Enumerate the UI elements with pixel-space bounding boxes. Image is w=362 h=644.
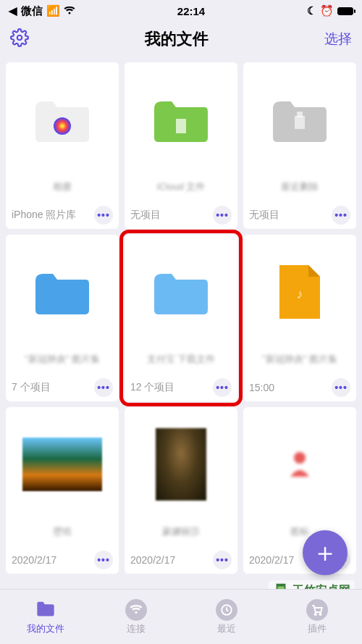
card-label: "新冠肺炎" 图片集 xyxy=(243,349,356,374)
tab-label: 插件 xyxy=(308,622,327,635)
svg-rect-3 xyxy=(295,116,305,129)
tab-bar: 我的文件 连接 最近 插件 xyxy=(0,589,362,644)
svg-point-10 xyxy=(319,613,321,614)
status-right: ☾ ⏰ xyxy=(307,4,353,17)
more-button[interactable]: ••• xyxy=(94,551,113,569)
thumb-orange-file: ♪ xyxy=(243,235,356,349)
card-info: 7 个项目 xyxy=(12,381,51,394)
back-square-icon: ◀ xyxy=(9,4,17,17)
svg-point-6 xyxy=(294,452,306,464)
wifi-icon xyxy=(125,599,147,621)
thumb-gray-folder xyxy=(243,62,356,177)
tab-connect[interactable]: 连接 xyxy=(90,590,181,644)
more-button[interactable]: ••• xyxy=(94,378,113,397)
status-left: ◀ 微信 📶 xyxy=(9,4,75,18)
select-button[interactable]: 选择 xyxy=(324,30,352,49)
tab-plugins[interactable]: 插件 xyxy=(272,590,362,644)
carrier-label: 微信 xyxy=(21,4,43,18)
card-info: 无项目 xyxy=(249,209,279,222)
card-info: 2020/2/17 xyxy=(130,554,175,566)
card-info: 无项目 xyxy=(130,209,161,222)
more-button[interactable]: ••• xyxy=(332,206,350,225)
thumb-green-folder xyxy=(125,62,237,177)
tab-label: 连接 xyxy=(127,622,146,635)
svg-text:♪: ♪ xyxy=(297,287,303,301)
nav-header: 我的文件 选择 xyxy=(0,22,362,57)
more-button[interactable]: ••• xyxy=(213,206,232,225)
more-button[interactable]: ••• xyxy=(213,551,232,569)
cart-icon xyxy=(306,599,328,621)
card-info: 12 个项目 xyxy=(130,381,174,394)
file-card[interactable]: "新冠肺炎" 图片集 7 个项目 ••• xyxy=(6,235,119,401)
moon-icon: ☾ xyxy=(307,4,316,17)
tab-label: 我的文件 xyxy=(27,622,64,635)
card-label: 壁纸 xyxy=(6,522,119,546)
svg-rect-4 xyxy=(297,112,303,117)
svg-point-9 xyxy=(314,613,316,614)
card-label: 蒙娜丽莎 xyxy=(125,522,237,546)
thumb-red-icon xyxy=(243,407,356,522)
tab-recent[interactable]: 最近 xyxy=(181,590,272,644)
card-label: 支付宝 下载文件 xyxy=(125,349,237,374)
wifi-icon xyxy=(64,5,75,17)
card-label: 最近删除 xyxy=(243,177,356,201)
svg-rect-2 xyxy=(176,119,186,133)
thumb-blue-folder xyxy=(6,235,119,349)
page-title: 我的文件 xyxy=(145,28,209,50)
signal-icon: 📶 xyxy=(46,4,60,17)
thumb-blue-folder xyxy=(125,235,237,349)
card-label: iCloud 文件 xyxy=(125,177,237,201)
card-info: 2020/2/17 xyxy=(12,554,56,566)
file-card[interactable]: iCloud 文件 无项目 ••• xyxy=(125,62,237,229)
thumb-image xyxy=(125,407,237,522)
more-button[interactable]: ••• xyxy=(213,378,232,397)
svg-point-1 xyxy=(54,117,71,135)
more-button[interactable]: ••• xyxy=(332,378,350,397)
tab-label: 最近 xyxy=(217,622,236,635)
status-bar: ◀ 微信 📶 22:14 ☾ ⏰ xyxy=(0,0,362,22)
thumb-photo-library xyxy=(6,62,119,177)
card-label: "新冠肺炎" 图片集 xyxy=(6,349,119,374)
clock-icon xyxy=(216,599,237,621)
alarm-icon: ⏰ xyxy=(320,4,334,17)
file-card[interactable]: ♪ "新冠肺炎" 图片集 15:00 ••• xyxy=(243,235,356,401)
file-card-highlighted[interactable]: 支付宝 下载文件 12 个项目 ••• xyxy=(125,235,237,401)
clock: 22:14 xyxy=(177,5,205,17)
card-label: 相册 xyxy=(6,177,119,201)
add-fab[interactable]: ＋ xyxy=(303,530,348,575)
card-info: iPhone 照片库 xyxy=(12,209,76,222)
tab-my-files[interactable]: 我的文件 xyxy=(0,590,90,644)
svg-point-0 xyxy=(17,35,22,41)
battery-icon xyxy=(337,7,353,15)
folder-icon xyxy=(35,598,56,621)
file-card[interactable]: 壁纸 2020/2/17 ••• xyxy=(6,407,119,574)
card-info: 2020/2/17 xyxy=(249,554,294,566)
file-grid: 相册 iPhone 照片库 ••• iCloud 文件 无项目 ••• xyxy=(0,57,362,580)
file-card[interactable]: 相册 iPhone 照片库 ••• xyxy=(6,62,119,229)
settings-button[interactable] xyxy=(10,28,29,50)
file-card[interactable]: 蒙娜丽莎 2020/2/17 ••• xyxy=(125,407,237,574)
thumb-image xyxy=(6,407,119,522)
more-button[interactable]: ••• xyxy=(94,206,113,225)
file-card[interactable]: 最近删除 无项目 ••• xyxy=(243,62,356,229)
card-info: 15:00 xyxy=(249,382,274,393)
